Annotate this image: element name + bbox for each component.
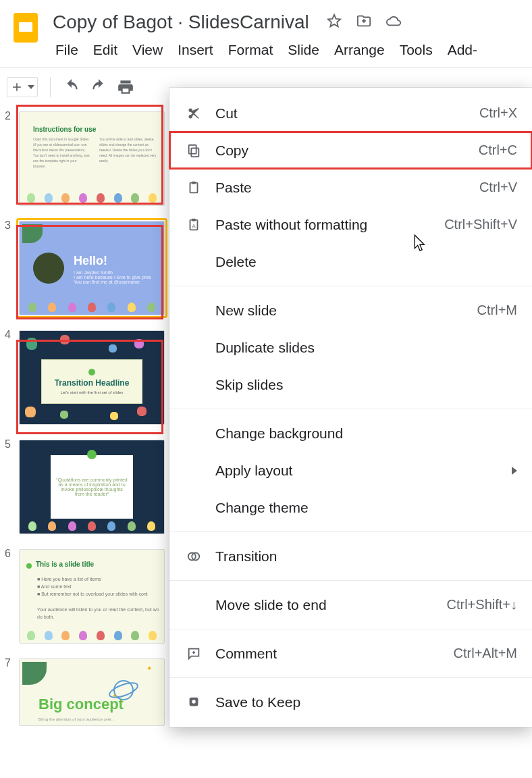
menu-view[interactable]: View	[132, 42, 163, 58]
ctx-shortcut: Ctrl+C	[479, 142, 517, 158]
slide-thumb-5[interactable]: 5 “Quotations are commonly printed as a …	[0, 437, 170, 537]
ctx-shortcut: Ctrl+Shift+V	[444, 217, 517, 232]
ctx-label: Copy	[215, 142, 248, 159]
ctx-label: Move slide to end	[215, 597, 327, 613]
ctx-label: Change background	[215, 425, 343, 442]
menu-edit[interactable]: Edit	[93, 42, 117, 58]
ctx-shortcut: Ctrl+Shift+↓	[447, 597, 517, 613]
star-icon[interactable]	[327, 14, 342, 31]
menu-file[interactable]: File	[55, 42, 78, 58]
ctx-label: Change theme	[215, 500, 309, 516]
ctx-separator	[169, 629, 532, 629]
ctx-label: Paste	[215, 180, 252, 196]
ctx-separator	[169, 677, 532, 678]
ctx-separator	[169, 409, 532, 409]
ctx-separator	[169, 580, 532, 581]
svg-point-14	[192, 700, 196, 704]
ctx-shortcut: Ctrl+M	[477, 303, 517, 318]
ctx-duplicate[interactable]: Duplicate slides	[169, 329, 532, 366]
svg-rect-9	[192, 218, 196, 221]
slide-thumb-6[interactable]: 6 This is a slide title ■ Here you have …	[0, 546, 170, 646]
svg-text:A: A	[192, 223, 196, 229]
svg-rect-7	[192, 181, 196, 184]
svg-rect-5	[189, 145, 196, 153]
ctx-label: Skip slides	[215, 377, 283, 393]
ctx-label: Paste without formatting	[215, 217, 367, 233]
ctx-label: New slide	[215, 303, 277, 319]
menu-format[interactable]: Format	[228, 42, 273, 58]
chevron-right-icon	[512, 467, 517, 475]
slide-thumb-7[interactable]: 7 ✦ ✦ Big concept Bring the attention of…	[0, 656, 170, 729]
svg-rect-1	[19, 22, 32, 32]
ctx-shortcut: Ctrl+X	[479, 105, 517, 121]
transition-icon	[184, 549, 203, 564]
ctx-label: Comment	[215, 646, 277, 662]
ctx-cut[interactable]: Cut Ctrl+X	[169, 95, 532, 132]
ctx-change-theme[interactable]: Change theme	[169, 489, 532, 526]
ctx-label: Delete	[215, 254, 257, 270]
ctx-delete[interactable]: Delete	[169, 243, 532, 280]
slide-panel: 2 Instructions for use Open this documen…	[0, 103, 174, 778]
ctx-shortcut: Ctrl+Alt+M	[454, 646, 517, 661]
ctx-save-keep[interactable]: Save to Keep	[169, 683, 532, 721]
ctx-comment[interactable]: Comment Ctrl+Alt+M	[169, 635, 532, 672]
ctx-shortcut: Ctrl+V	[479, 180, 517, 195]
ctx-label: Transition	[215, 548, 277, 565]
menu-arrange[interactable]: Arrange	[334, 42, 385, 58]
ctx-label: Cut	[215, 105, 238, 122]
menu-bar: File Edit View Insert Format Slide Arran…	[0, 38, 532, 65]
toolbar-separator	[50, 77, 51, 97]
ctx-separator	[169, 286, 532, 286]
ctx-change-background[interactable]: Change background	[169, 415, 532, 452]
ctx-copy[interactable]: Copy Ctrl+C	[169, 132, 532, 169]
ctx-label: Save to Keep	[215, 694, 300, 710]
svg-rect-4	[191, 148, 198, 157]
copy-icon	[184, 143, 203, 158]
keep-icon	[184, 695, 203, 710]
document-title[interactable]: Copy of Bagot · SlidesCarnival	[53, 11, 309, 33]
new-slide-button[interactable]	[7, 77, 38, 97]
ctx-skip[interactable]: Skip slides	[169, 366, 532, 403]
cloud-icon[interactable]	[386, 14, 401, 31]
avatar	[33, 253, 64, 284]
print-button[interactable]	[117, 78, 134, 96]
menu-slide[interactable]: Slide	[288, 42, 319, 58]
slide-thumb-3[interactable]: 3 Hello! I am Jayden SmithI am here beca…	[0, 218, 170, 318]
ctx-apply-layout[interactable]: Apply layout	[169, 452, 532, 489]
scissors-icon	[184, 106, 203, 121]
comment-icon	[184, 646, 203, 661]
menu-tools[interactable]: Tools	[400, 42, 433, 58]
ctx-move-end[interactable]: Move slide to end Ctrl+Shift+↓	[169, 586, 532, 623]
slide-thumb-2[interactable]: 2 Instructions for use Open this documen…	[0, 109, 170, 209]
redo-button[interactable]	[90, 78, 107, 96]
menu-addons[interactable]: Add-	[448, 42, 477, 58]
ctx-label: Apply layout	[215, 463, 292, 479]
ctx-paste[interactable]: Paste Ctrl+V	[169, 169, 532, 206]
undo-button[interactable]	[63, 78, 80, 96]
ctx-separator	[169, 531, 532, 532]
ctx-paste-plain[interactable]: A Paste without formatting Ctrl+Shift+V	[169, 206, 532, 243]
clipboard-icon	[184, 180, 203, 195]
move-icon[interactable]	[356, 14, 371, 31]
ctx-label: Duplicate slides	[215, 340, 315, 356]
clipboard-text-icon: A	[184, 217, 203, 232]
ctx-transition[interactable]: Transition	[169, 538, 532, 575]
menu-insert[interactable]: Insert	[178, 42, 213, 58]
svg-rect-6	[190, 182, 198, 192]
context-menu: Cut Ctrl+X Copy Ctrl+C Paste Ctrl+V A Pa…	[169, 88, 532, 727]
ctx-new-slide[interactable]: New slide Ctrl+M	[169, 292, 532, 329]
slide-thumb-4[interactable]: 4 Transition Headline Let's start with t…	[0, 328, 170, 427]
google-slides-icon[interactable]	[9, 10, 42, 43]
